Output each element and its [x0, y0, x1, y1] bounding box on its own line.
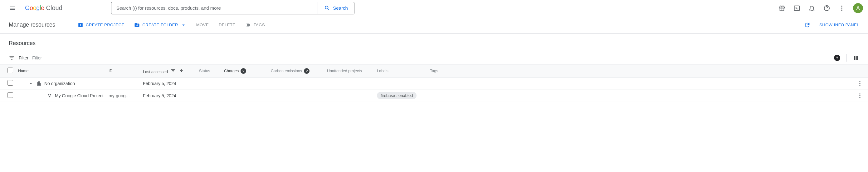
row-carbon: — [268, 90, 324, 102]
add-box-icon [78, 22, 83, 28]
filter-icon [9, 55, 15, 61]
search-button[interactable]: Search [318, 2, 354, 14]
col-unattended[interactable]: Unattended projects [324, 65, 374, 78]
table-row: My Google Cloud Project my-goog… Februar… [0, 90, 868, 102]
create-folder-button[interactable]: CREATE FOLDER [134, 22, 186, 28]
help-icon[interactable]: ? [241, 68, 246, 74]
row-tags: — [428, 90, 854, 102]
gift-icon [778, 5, 785, 11]
project-icon [47, 93, 53, 99]
label-chip[interactable]: firebase : enabled [377, 92, 416, 99]
gift-button[interactable] [776, 2, 788, 15]
refresh-button[interactable] [804, 22, 811, 28]
col-last-accessed[interactable]: Last accessed [141, 65, 196, 78]
row-id: my-goog… [106, 90, 141, 102]
create-folder-label: CREATE FOLDER [142, 23, 178, 27]
col-status[interactable]: Status [196, 65, 221, 78]
logo[interactable]: Google Cloud [25, 4, 62, 11]
notifications-button[interactable] [806, 2, 818, 15]
svg-point-13 [859, 93, 860, 94]
cloud-shell-button[interactable] [790, 2, 803, 15]
resources-table: Name ID Last accessed Status Charges? Ca… [0, 64, 868, 102]
svg-point-11 [50, 94, 52, 95]
chevron-down-icon [181, 22, 186, 28]
search-wrap: Search [111, 2, 354, 15]
page-title: Manage resources [9, 22, 55, 28]
row-checkbox[interactable] [7, 80, 13, 86]
svg-point-4 [841, 5, 842, 6]
section-title: Resources [9, 40, 859, 47]
row-name[interactable]: No organization [44, 81, 75, 86]
select-all-checkbox[interactable] [7, 68, 13, 73]
search-icon [324, 5, 331, 11]
row-unattended: — [324, 90, 374, 102]
row-last-accessed: February 5, 2024 [141, 90, 196, 102]
delete-label: DELETE [219, 23, 236, 27]
row-unattended: — [324, 78, 374, 90]
svg-point-14 [859, 95, 860, 96]
search-input[interactable] [112, 5, 318, 10]
tag-icon [246, 22, 251, 28]
svg-point-8 [859, 83, 860, 84]
filter-list-icon [170, 68, 176, 73]
svg-point-6 [841, 9, 842, 10]
organization-icon [36, 81, 42, 86]
folder-add-icon [134, 22, 140, 28]
more-vert-icon [857, 80, 863, 87]
create-project-label: CREATE PROJECT [86, 23, 124, 27]
row-tags: — [428, 78, 854, 90]
row-status [196, 78, 221, 90]
logo-google-text: Google [25, 4, 44, 11]
more-vert-icon [857, 93, 863, 99]
chevron-down-icon [28, 81, 34, 86]
menu-button[interactable] [5, 1, 20, 16]
show-info-panel[interactable]: SHOW INFO PANEL [819, 23, 859, 27]
more-button[interactable] [836, 2, 848, 15]
divider [846, 54, 847, 62]
top-header: Google Cloud Search A [0, 0, 868, 16]
move-label: MOVE [196, 23, 209, 27]
col-labels[interactable]: Labels [374, 65, 428, 78]
row-last-accessed: February 5, 2024 [141, 78, 196, 90]
column-settings-button[interactable] [853, 55, 859, 61]
row-name[interactable]: My Google Cloud Project [55, 93, 103, 98]
row-status [196, 90, 221, 102]
tags-button[interactable]: TAGS [246, 22, 265, 28]
col-charges[interactable]: Charges? [221, 65, 268, 78]
help-icon[interactable]: ? [304, 68, 310, 74]
bell-icon [808, 5, 815, 11]
row-checkbox[interactable] [7, 92, 13, 98]
row-menu-button[interactable] [854, 90, 868, 102]
search-button-label: Search [333, 5, 348, 10]
row-carbon [268, 78, 324, 90]
avatar-initial: A [857, 5, 860, 11]
col-id[interactable]: ID [106, 65, 141, 78]
logo-cloud-text: Cloud [46, 4, 62, 11]
question-mark-icon: ? [836, 56, 838, 60]
row-id [106, 78, 141, 90]
expand-toggle[interactable] [28, 81, 34, 86]
refresh-icon [804, 22, 811, 28]
svg-point-15 [859, 97, 860, 98]
header-icons: A [776, 2, 863, 15]
svg-point-5 [841, 7, 842, 9]
more-vert-icon [838, 5, 845, 11]
row-charges [221, 78, 268, 90]
arrow-down-icon [179, 68, 184, 73]
row-menu-button[interactable] [854, 78, 868, 90]
help-button[interactable] [820, 2, 833, 15]
col-tags[interactable]: Tags [428, 65, 854, 78]
delete-button[interactable]: DELETE [219, 23, 236, 27]
search-box: Search [111, 2, 354, 15]
move-button[interactable]: MOVE [196, 23, 209, 27]
filter-row: Filter ? [9, 54, 859, 64]
filter-help-button[interactable]: ? [834, 55, 840, 61]
create-project-button[interactable]: CREATE PROJECT [78, 22, 124, 28]
row-charges [221, 90, 268, 102]
col-carbon[interactable]: Carbon emissions? [268, 65, 324, 78]
filter-label: Filter [19, 55, 28, 60]
avatar[interactable]: A [853, 3, 863, 13]
page-toolbar: Manage resources CREATE PROJECT CREATE F… [0, 16, 868, 34]
col-name[interactable]: Name [16, 65, 106, 78]
filter-input[interactable] [32, 55, 830, 60]
